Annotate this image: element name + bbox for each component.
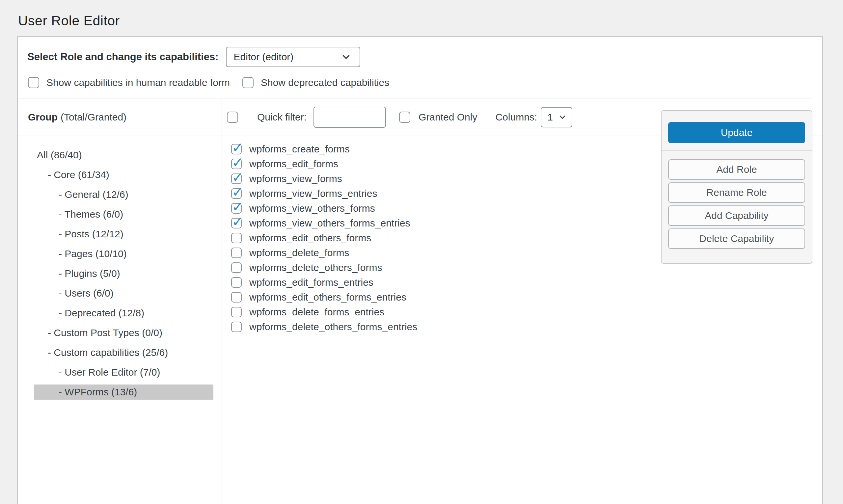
- group-header-title: Group: [28, 112, 58, 123]
- secondary-action-button[interactable]: Delete Capability: [668, 229, 805, 249]
- capability-checkbox[interactable]: [231, 233, 242, 243]
- group-tree-item[interactable]: - Themes (6/0): [18, 204, 221, 224]
- capability-checkbox[interactable]: [231, 307, 242, 317]
- update-button[interactable]: Update: [668, 122, 805, 143]
- actions-panel: Update Add RoleRename RoleAdd Capability…: [661, 110, 812, 264]
- capability-label: wpforms_view_forms_entries: [249, 188, 377, 199]
- group-column: Group (Total/Granted) All (86/40)- Core …: [18, 98, 222, 504]
- capability-checkbox[interactable]: [231, 203, 242, 214]
- toggle-checkbox[interactable]: [243, 77, 254, 88]
- capability-row: wpforms_delete_others_forms_entries: [231, 319, 822, 334]
- capability-label: wpforms_edit_forms_entries: [249, 277, 373, 288]
- capability-checkbox[interactable]: [231, 277, 242, 288]
- group-tree-item[interactable]: All (86/40): [18, 145, 221, 165]
- secondary-action-button[interactable]: Add Capability: [668, 205, 805, 226]
- capability-label: wpforms_delete_others_forms: [249, 262, 382, 273]
- quick-filter-label: Quick filter:: [257, 112, 307, 123]
- capability-checkbox[interactable]: [231, 144, 242, 155]
- user-role-editor-panel: Select Role and change its capabilities:…: [17, 36, 823, 504]
- capability-checkbox[interactable]: [231, 322, 242, 332]
- secondary-action-button[interactable]: Rename Role: [668, 182, 805, 203]
- capabilities-column: Quick filter: Granted Only Columns: 1 wp…: [222, 98, 822, 504]
- group-header-subtitle: (Total/Granted): [60, 112, 126, 123]
- group-tree-item[interactable]: - Deprecated (12/8): [18, 303, 221, 323]
- role-select[interactable]: Editor (editor): [226, 47, 360, 67]
- capability-label: wpforms_delete_forms_entries: [249, 306, 384, 318]
- display-toggles-row: Show capabilities in human readable form…: [18, 67, 822, 88]
- columns-label: Columns:: [495, 112, 537, 123]
- group-tree-item[interactable]: - Custom Post Types (0/0): [18, 323, 221, 343]
- secondary-action-button[interactable]: Add Role: [668, 159, 805, 180]
- capability-row: wpforms_delete_forms_entries: [231, 305, 822, 319]
- capability-label: wpforms_delete_forms: [249, 247, 349, 258]
- granted-only-checkbox[interactable]: [399, 112, 410, 123]
- capability-label: wpforms_delete_others_forms_entries: [249, 321, 417, 332]
- main-area: Group (Total/Granted) All (86/40)- Core …: [18, 98, 822, 504]
- toggle-checkbox[interactable]: [28, 77, 39, 88]
- capability-row: wpforms_edit_forms_entries: [231, 275, 822, 290]
- group-tree: All (86/40)- Core (61/34)- General (12/6…: [18, 136, 221, 400]
- group-tree-item[interactable]: - General (12/6): [18, 185, 221, 204]
- group-tree-item[interactable]: - Pages (10/10): [18, 244, 221, 264]
- select-all-checkbox[interactable]: [227, 112, 238, 123]
- group-header: Group (Total/Granted): [18, 98, 221, 136]
- capability-checkbox[interactable]: [231, 174, 242, 184]
- capability-checkbox[interactable]: [231, 159, 242, 169]
- capability-label: wpforms_view_others_forms: [249, 203, 375, 214]
- group-tree-item[interactable]: - Core (61/34): [18, 165, 221, 185]
- capability-label: wpforms_view_forms: [249, 173, 342, 184]
- columns-select[interactable]: 1: [541, 107, 572, 127]
- capability-checkbox[interactable]: [231, 188, 242, 199]
- role-select-value: Editor (editor): [234, 51, 294, 62]
- capability-label: wpforms_edit_forms: [249, 158, 338, 169]
- toggle-label: Show deprecated capabilities: [261, 77, 389, 88]
- capability-label: wpforms_create_forms: [249, 144, 350, 155]
- display-toggle: Show capabilities in human readable form: [28, 77, 237, 88]
- capability-label: wpforms_view_others_forms_entries: [249, 218, 410, 229]
- capability-label: wpforms_edit_others_forms_entries: [249, 292, 406, 303]
- group-tree-item[interactable]: - Posts (12/12): [18, 224, 221, 244]
- role-selector-row: Select Role and change its capabilities:…: [18, 37, 822, 67]
- toggle-label: Show capabilities in human readable form: [47, 77, 230, 88]
- capability-checkbox[interactable]: [231, 218, 242, 229]
- display-toggle: Show deprecated capabilities: [243, 77, 396, 88]
- actions-divider: [662, 150, 812, 151]
- group-tree-item[interactable]: - WPForms (13/6): [34, 384, 213, 400]
- group-tree-item[interactable]: - Users (6/0): [18, 284, 221, 303]
- secondary-actions: Add RoleRename RoleAdd CapabilityDelete …: [668, 159, 805, 249]
- chevron-down-icon: [558, 113, 567, 122]
- quick-filter-input[interactable]: [313, 107, 386, 128]
- role-selector-label: Select Role and change its capabilities:: [27, 51, 219, 63]
- granted-only-label: Granted Only: [418, 112, 477, 123]
- group-tree-item[interactable]: - Custom capabilities (25/6): [18, 343, 221, 362]
- group-tree-item[interactable]: - Plugins (5/0): [18, 264, 221, 284]
- capability-checkbox[interactable]: [231, 292, 242, 303]
- capability-label: wpforms_edit_others_forms: [249, 232, 371, 244]
- capability-checkbox[interactable]: [231, 248, 242, 258]
- capability-row: wpforms_edit_others_forms_entries: [231, 290, 822, 305]
- group-tree-item[interactable]: - User Role Editor (7/0): [18, 362, 221, 382]
- capability-checkbox[interactable]: [231, 263, 242, 273]
- chevron-down-icon: [340, 51, 352, 62]
- columns-select-value: 1: [547, 112, 553, 123]
- page-title: User Role Editor: [18, 13, 843, 29]
